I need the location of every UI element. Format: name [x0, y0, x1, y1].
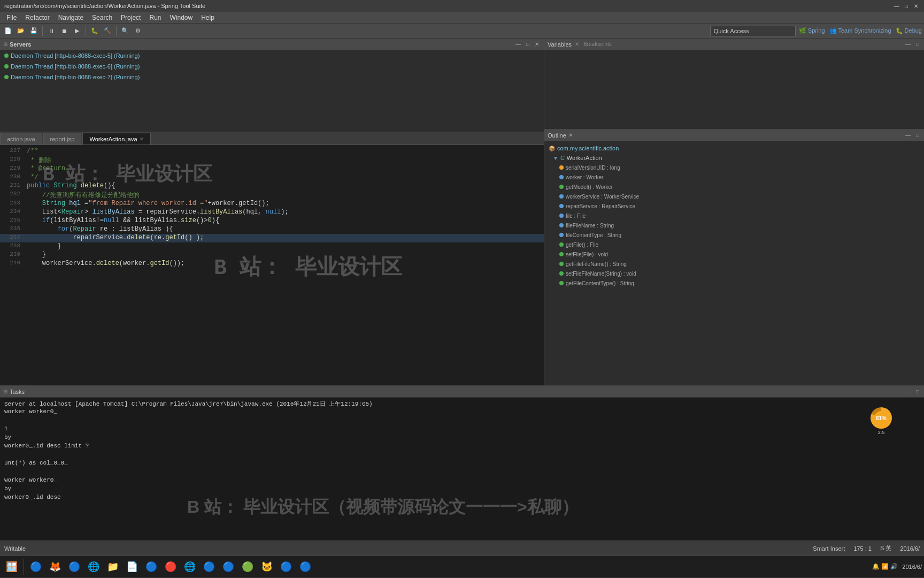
- method-icon-10: [559, 262, 564, 266]
- server-list: Daemon Thread [http-bio-8088-exec-5] (Ru…: [0, 50, 544, 132]
- taskbar-app-6[interactable]: 🔵: [219, 557, 238, 576]
- taskbar-app-5[interactable]: 🔵: [199, 557, 219, 576]
- server-item-0[interactable]: Daemon Thread [http-bio-8088-exec-5] (Ru…: [0, 50, 544, 61]
- toolbar-save[interactable]: 💾: [28, 25, 40, 37]
- progress-value: 81%: [876, 415, 887, 421]
- variables-panel: Variables ✕ Breakpoints — □: [544, 39, 924, 130]
- outline-member-3[interactable]: workerService : WorkerService: [544, 192, 924, 201]
- title-text: registration/src/com/my/scientific/actio…: [4, 3, 893, 9]
- quick-access-input[interactable]: Quick Access: [710, 26, 796, 36]
- menu-refactor[interactable]: Refactor: [21, 13, 53, 22]
- outline-minimize[interactable]: —: [904, 132, 912, 139]
- outline-package[interactable]: 📦 com.my.scientific.action: [544, 143, 924, 153]
- server-item-2[interactable]: Daemon Thread [http-bio-8088-exec-7] (Ru…: [0, 72, 544, 82]
- variables-panel-title: Variables: [548, 41, 572, 48]
- code-line-238: 238 }: [0, 242, 544, 251]
- menu-window[interactable]: Window: [165, 13, 197, 22]
- taskbar-files[interactable]: 📁: [103, 557, 122, 576]
- status-right: Smart Insert 175 : 1 S 英 2016/6/: [813, 544, 920, 552]
- taskbar-chrome[interactable]: 🔵: [26, 557, 45, 576]
- perspective-spring[interactable]: 🌿 Spring: [799, 27, 825, 34]
- outline-member-4[interactable]: repairService : RepairService: [544, 201, 924, 211]
- outline-member-11[interactable]: setFileFileName(String) : void: [544, 269, 924, 278]
- outline-member-12[interactable]: getFileContentType() : String: [544, 278, 924, 288]
- menu-run[interactable]: Run: [145, 13, 165, 22]
- outline-member-1[interactable]: worker : Worker: [544, 172, 924, 182]
- outline-member-7[interactable]: fileContentType : String: [544, 230, 924, 240]
- vars-minimize[interactable]: —: [904, 41, 912, 48]
- tab-close-2[interactable]: ✕: [140, 136, 144, 142]
- tasks-max[interactable]: □: [914, 388, 921, 395]
- perspective-team[interactable]: 👥 Team Synchronizing: [829, 27, 891, 34]
- quick-access-label: Quick Access: [714, 28, 749, 34]
- console-line-10: worker0_.id desc: [4, 494, 920, 503]
- package-icon: 📦: [549, 146, 555, 151]
- taskbar-firefox[interactable]: 🦊: [45, 557, 65, 576]
- field-icon-5: [559, 214, 564, 218]
- taskbar-app-2[interactable]: 🔵: [142, 557, 161, 576]
- tab-worker-action[interactable]: WorkerAction.java ✕: [82, 133, 150, 144]
- tab-label-2: WorkerAction.java: [89, 136, 137, 142]
- menu-help[interactable]: Help: [197, 13, 219, 22]
- taskbar-ie[interactable]: 🌐: [84, 557, 103, 576]
- outline-member-10[interactable]: getFileFileName() : String: [544, 259, 924, 269]
- toolbar-debug[interactable]: 🐛: [89, 25, 101, 37]
- minimize-button[interactable]: —: [893, 2, 900, 10]
- class-expand-icon: ▼: [553, 155, 558, 161]
- code-editor[interactable]: B 站： 毕业设计区 227 /** 228 * 删除 229 * @retur…: [0, 145, 544, 385]
- toolbar-stop[interactable]: ⏹: [58, 25, 70, 37]
- taskbar-app-10[interactable]: 🔵: [296, 557, 315, 576]
- server-item-1[interactable]: Daemon Thread [http-bio-8088-exec-6] (Ru…: [0, 61, 544, 72]
- toolbar-new[interactable]: 📄: [2, 25, 14, 37]
- toolbar-search[interactable]: 🔍: [119, 25, 131, 37]
- servers-panel-header: ⊞ Servers — □ ✕: [0, 39, 544, 50]
- toolbar-pause[interactable]: ⏸: [45, 25, 57, 37]
- menu-navigate[interactable]: Navigate: [54, 13, 88, 22]
- toolbar-run[interactable]: ▶: [71, 25, 83, 37]
- menu-project[interactable]: Project: [117, 13, 145, 22]
- menu-file[interactable]: File: [2, 13, 21, 22]
- servers-close-btn[interactable]: ✕: [533, 41, 541, 48]
- method-icon-2: [559, 185, 564, 189]
- menu-search[interactable]: Search: [88, 13, 117, 22]
- taskbar-app-1[interactable]: 🔵: [65, 557, 84, 576]
- outline-member-2[interactable]: getModel() : Worker: [544, 182, 924, 192]
- tab-report-jsp[interactable]: report.jsp: [43, 133, 82, 144]
- outline-member-6[interactable]: fileFileName : String: [544, 220, 924, 230]
- code-line-227: 227 /**: [0, 147, 544, 156]
- outline-maximize[interactable]: □: [914, 132, 921, 139]
- servers-minimize-btn[interactable]: —: [514, 41, 522, 48]
- servers-maximize-btn[interactable]: □: [525, 41, 531, 48]
- server-status-dot-0: [4, 54, 9, 58]
- left-column: ⊞ Servers — □ ✕ Daemon Thread [http-bio-…: [0, 39, 544, 385]
- maximize-button[interactable]: □: [903, 2, 910, 10]
- code-line-234: 234 List<Repair> listByAlias = repairSer…: [0, 208, 544, 217]
- title-bar: registration/src/com/my/scientific/actio…: [0, 0, 924, 12]
- taskbar-start[interactable]: 🪟: [2, 557, 21, 576]
- vars-maximize[interactable]: □: [914, 41, 921, 48]
- perspective-debug[interactable]: 🐛 Debug: [896, 27, 922, 34]
- tab-action-java[interactable]: action.java: [0, 133, 42, 144]
- taskbar-app-8[interactable]: 🐱: [257, 557, 276, 576]
- outline-panel-header: Outline ✕ — □: [544, 130, 924, 141]
- outline-member-0[interactable]: serialVersionUID : long: [544, 163, 924, 172]
- toolbar-settings[interactable]: ⚙: [132, 25, 144, 37]
- toolbar-open[interactable]: 📂: [15, 25, 27, 37]
- taskbar-app-4[interactable]: 🌐: [180, 557, 199, 576]
- taskbar-doc[interactable]: 📄: [122, 557, 142, 576]
- tasks-min[interactable]: —: [904, 388, 912, 395]
- tray-time: 2016/6/: [902, 564, 922, 570]
- taskbar-app-7[interactable]: 🟢: [238, 557, 257, 576]
- outline-member-5[interactable]: file : File: [544, 211, 924, 220]
- taskbar-app-3[interactable]: 🔴: [161, 557, 180, 576]
- outline-member-9[interactable]: setFile(File) : void: [544, 249, 924, 259]
- outline-member-8[interactable]: getFile() : File: [544, 240, 924, 249]
- close-button[interactable]: ✕: [912, 2, 920, 10]
- server-status-dot-1: [4, 64, 9, 69]
- outline-class[interactable]: ▼ C WorkerAction: [544, 153, 924, 163]
- taskbar: 🪟 🔵 🦊 🔵 🌐 📁 📄 🔵 🔴 🌐 🔵 🔵 🟢 🐱 🔵 🔵 🔔 📶 🔊 20…: [0, 556, 924, 577]
- toolbar-build[interactable]: 🔨: [102, 25, 113, 37]
- server-item-label-0: Daemon Thread [http-bio-8088-exec-5] (Ru…: [11, 52, 140, 59]
- taskbar-app-9[interactable]: 🔵: [276, 557, 296, 576]
- status-writable: Writable: [4, 545, 26, 552]
